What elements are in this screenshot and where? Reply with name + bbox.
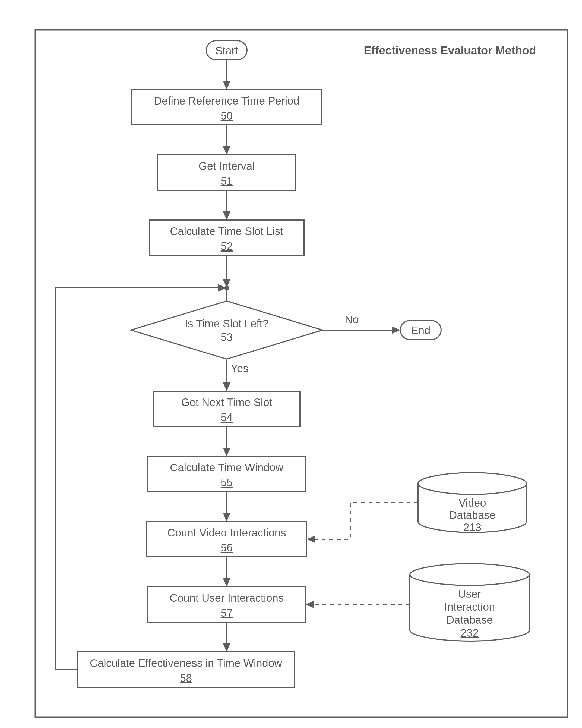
n51-label: Get Interval	[199, 160, 255, 172]
svg-marker-13	[131, 301, 323, 359]
edge-yes-label: Yes	[231, 362, 248, 374]
database-video: Video Database 213	[418, 473, 527, 533]
decision-is-time-slot-left: Is Time Slot Left? 53	[131, 301, 323, 359]
process-count-video-interactions: Count Video Interactions 56	[146, 522, 307, 557]
n57-label: Count User Interactions	[170, 592, 284, 604]
process-calculate-time-window: Calculate Time Window 55	[148, 457, 305, 492]
edge-no-label: No	[345, 313, 359, 326]
n54-ref: 54	[221, 411, 233, 423]
n53-ref: 53	[221, 331, 233, 343]
database-user-interaction: User Interaction Database 232	[410, 564, 529, 641]
process-get-next-time-slot: Get Next Time Slot 54	[154, 391, 300, 426]
n55-label: Calculate Time Window	[170, 462, 283, 473]
process-calculate-effectiveness: Calculate Effectiveness in Time Window 5…	[77, 652, 295, 687]
d213-line2: Database	[449, 509, 495, 521]
svg-marker-21	[223, 448, 230, 457]
n50-label: Define Reference Time Period	[154, 95, 299, 107]
svg-marker-27	[223, 578, 230, 587]
n55-ref: 55	[221, 476, 233, 488]
svg-marker-15	[392, 326, 400, 334]
process-define-reference-time-period: Define Reference Time Period 50	[132, 89, 322, 125]
start-terminal: Start	[206, 41, 247, 60]
end-label: End	[411, 324, 430, 336]
n57-ref: 57	[221, 607, 233, 619]
n50-ref: 50	[221, 110, 233, 122]
n54-label: Get Next Time Slot	[181, 396, 272, 408]
n52-label: Calculate Time Slot List	[170, 225, 283, 237]
process-get-interval: Get Interval 51	[158, 155, 296, 190]
diagram-title: Effectiveness Evaluator Method	[364, 44, 536, 57]
n58-label: Calculate Effectiveness in Time Window	[90, 657, 282, 669]
svg-marker-24	[223, 513, 230, 522]
d213-line1: Video	[459, 497, 486, 509]
flowchart-diagram: Effectiveness Evaluator Method Start Def…	[11, 11, 582, 728]
start-label: Start	[215, 45, 238, 56]
process-calculate-time-slot-list: Calculate Time Slot List 52	[149, 220, 304, 255]
svg-marker-35	[305, 601, 314, 608]
end-terminal: End	[400, 320, 441, 340]
n52-ref: 52	[221, 240, 233, 252]
n56-label: Count Video Interactions	[167, 527, 286, 539]
svg-marker-2	[223, 81, 230, 89]
d232-ref: 232	[461, 627, 479, 639]
svg-marker-33	[307, 536, 315, 543]
d213-ref: 213	[463, 521, 481, 533]
d232-line3: Database	[446, 614, 493, 626]
n56-ref: 56	[221, 542, 233, 554]
process-count-user-interactions: Count User Interactions 57	[148, 587, 305, 622]
svg-marker-8	[223, 211, 230, 220]
d232-line2: Interaction	[444, 601, 495, 613]
svg-marker-18	[223, 383, 230, 391]
n58-ref: 58	[180, 672, 192, 684]
svg-marker-32	[218, 284, 227, 292]
n51-ref: 51	[221, 175, 233, 187]
svg-marker-30	[223, 643, 230, 652]
svg-marker-5	[223, 146, 230, 155]
n53-label: Is Time Slot Left?	[185, 317, 269, 330]
d232-line1: User	[458, 588, 481, 600]
